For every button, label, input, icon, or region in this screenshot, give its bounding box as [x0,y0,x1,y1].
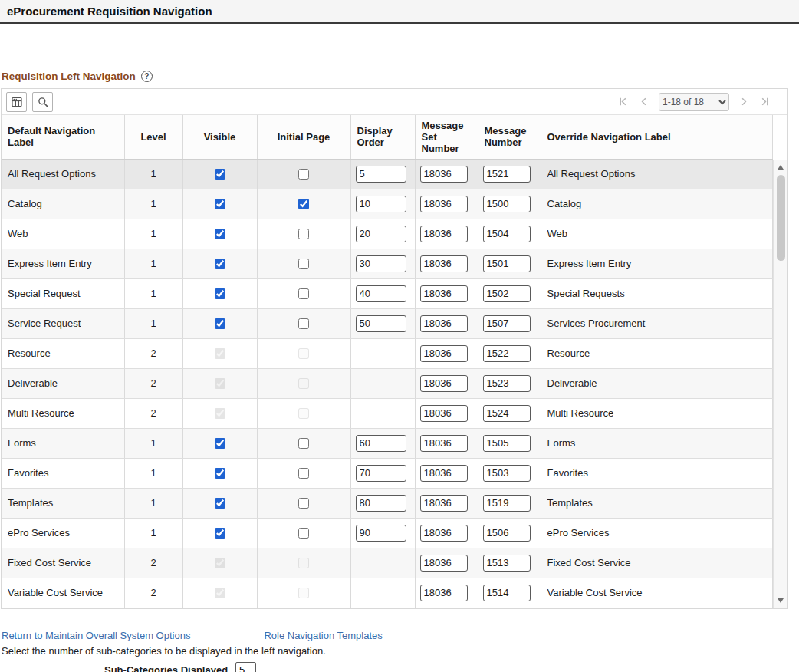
initial-page-checkbox[interactable] [298,199,309,209]
message-number-input[interactable] [483,285,531,302]
requisition-navigation-grid: 1-18 of 18 Default Navigation Lab [1,88,788,609]
message-number-input[interactable] [483,315,531,332]
display-order-input[interactable] [356,166,406,183]
message-set-input[interactable] [420,435,468,452]
scrollbar-header-spacer [772,115,787,159]
override-nav-label-cell: All Request Options [541,159,772,189]
initial-page-checkbox[interactable] [298,528,309,539]
visible-checkbox[interactable] [215,229,225,239]
override-nav-label-cell: Web [541,219,772,249]
message-number-input[interactable] [483,255,531,272]
display-order-input[interactable] [356,226,406,242]
display-order-input[interactable] [356,465,406,482]
message-set-input[interactable] [420,525,468,542]
message-number-cell [478,428,541,458]
initial-page-cell [257,578,350,608]
message-number-input[interactable] [483,405,531,422]
initial-page-checkbox[interactable] [298,229,309,239]
col-header-message-number: Message Number [478,115,541,159]
visible-checkbox[interactable] [215,498,225,509]
display-order-input[interactable] [356,255,406,272]
message-set-input[interactable] [420,555,468,572]
next-page-icon[interactable] [738,96,750,107]
initial-page-checkbox[interactable] [298,169,309,180]
display-order-input[interactable] [356,435,406,452]
grid-search-button[interactable] [32,92,53,112]
initial-page-checkbox[interactable] [298,498,309,509]
display-order-input[interactable] [356,285,406,302]
scrollbar-thumb[interactable] [777,175,785,261]
message-set-input[interactable] [420,166,468,183]
col-header-initial-page: Initial Page [257,115,350,159]
grid-pagination: 1-18 of 18 [617,93,783,111]
visible-checkbox[interactable] [215,318,225,329]
table-row: ePro Services 1 ePro Services [2,518,787,548]
message-set-input[interactable] [420,465,468,482]
initial-page-checkbox[interactable] [298,259,309,269]
visible-cell [182,488,257,518]
message-number-input[interactable] [483,525,531,542]
message-set-input[interactable] [420,196,468,212]
previous-page-icon[interactable] [638,96,649,107]
grid-action-menu-button[interactable] [6,92,27,112]
display-order-input[interactable] [356,315,406,332]
message-number-input[interactable] [483,465,531,482]
display-order-input[interactable] [356,495,406,512]
message-set-input[interactable] [420,375,468,392]
default-nav-label-cell: Service Request [2,308,124,338]
return-to-maintain-overall-system-options-link[interactable]: Return to Maintain Overall System Option… [2,630,190,641]
visible-checkbox[interactable] [215,528,225,539]
message-set-input[interactable] [420,226,468,242]
visible-checkbox[interactable] [215,199,225,209]
display-order-cell [350,488,415,518]
message-set-input[interactable] [420,405,468,422]
visible-checkbox[interactable] [215,288,225,299]
sub-categories-instruction: Select the number of sub-categories to b… [2,645,799,657]
initial-page-checkbox[interactable] [298,468,309,479]
first-page-icon[interactable] [617,96,629,107]
message-set-cell [415,338,478,368]
visible-cell [182,398,257,428]
message-set-input[interactable] [420,495,468,512]
visible-checkbox[interactable] [215,259,225,269]
initial-page-checkbox[interactable] [298,318,309,329]
message-number-input[interactable] [483,495,531,512]
message-set-input[interactable] [420,315,468,332]
display-order-input[interactable] [356,196,406,212]
table-row: All Request Options 1 All Request Option… [2,159,787,189]
sub-categories-input[interactable] [235,662,256,672]
override-nav-label-cell: Multi Resource [541,398,772,428]
message-set-input[interactable] [420,285,468,302]
help-icon[interactable]: ? [141,71,153,82]
message-set-input[interactable] [420,255,468,272]
scroll-down-icon[interactable] [778,598,784,603]
initial-page-checkbox[interactable] [298,288,309,299]
scroll-up-icon[interactable] [778,165,784,170]
row-range-select[interactable]: 1-18 of 18 [659,93,729,111]
message-number-input[interactable] [483,585,531,601]
message-number-input[interactable] [483,555,531,572]
override-nav-label-cell: ePro Services [541,518,772,548]
table-header-row: Default Navigation Label Level Visible I… [2,115,787,159]
display-order-cell [350,518,415,548]
vertical-scrollbar[interactable] [773,160,787,608]
last-page-icon[interactable] [759,96,771,107]
message-number-input[interactable] [483,226,531,242]
message-set-input[interactable] [420,585,468,601]
message-number-input[interactable] [483,196,531,212]
level-cell: 2 [124,368,182,398]
message-set-input[interactable] [420,345,468,362]
initial-page-checkbox[interactable] [298,438,309,449]
message-number-cell [478,458,541,488]
message-number-input[interactable] [483,435,531,452]
display-order-input[interactable] [356,525,406,542]
role-navigation-templates-link[interactable]: Role Navigation Templates [264,630,382,641]
message-number-input[interactable] [483,345,531,362]
message-number-input[interactable] [483,375,531,392]
message-number-input[interactable] [483,166,531,183]
visible-checkbox[interactable] [215,468,225,479]
visible-checkbox[interactable] [215,438,225,449]
display-order-cell [350,338,415,368]
table-row: Web 1 Web [2,219,787,249]
visible-checkbox[interactable] [215,169,225,180]
